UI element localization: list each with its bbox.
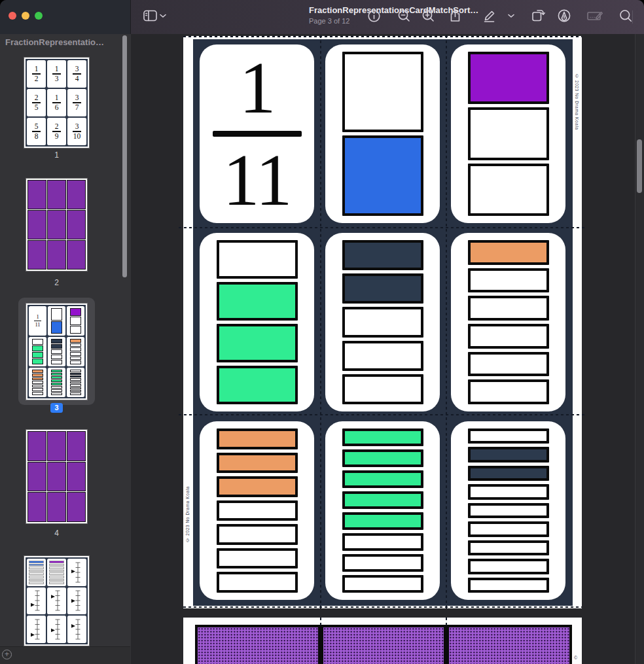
bar-segment	[342, 341, 423, 371]
add-page-icon[interactable]: +	[2, 650, 12, 659]
fraction-bar-card	[325, 44, 440, 223]
mini-bar-segment	[70, 343, 81, 347]
titlebar: FractionRepresentationsCardMatchSort… Pa…	[0, 0, 644, 34]
fraction-bar-card	[200, 233, 314, 411]
bar-segment	[468, 240, 549, 265]
mini-bar-segment	[32, 352, 43, 358]
mini-strip	[29, 570, 44, 572]
purple-cell	[67, 463, 85, 491]
fraction-value: 111	[213, 51, 302, 217]
mini-bar-segment	[70, 378, 81, 380]
purple-cell	[48, 493, 65, 521]
mini-card	[47, 559, 66, 586]
thumbnail-page-5[interactable]	[24, 556, 89, 646]
sidebar-chevron-down-icon[interactable]	[156, 5, 170, 26]
mini-card: 34	[67, 60, 86, 88]
purple-cell	[67, 241, 85, 269]
mini-bar-segment	[70, 393, 81, 394]
mini-numerator: 1	[32, 65, 41, 73]
mini-bar-stack	[51, 370, 62, 394]
search-icon[interactable]	[615, 5, 636, 26]
sidebar-scrollbar[interactable]	[122, 35, 127, 277]
selected-page-badge[interactable]: 3	[50, 403, 63, 413]
bar-stack	[468, 240, 549, 404]
bar-segment	[342, 470, 423, 488]
cut-line	[179, 227, 586, 228]
mini-card	[48, 306, 65, 336]
bar-segment	[342, 307, 423, 337]
mini-strip	[49, 567, 64, 569]
mini-numerator: 1	[34, 314, 41, 320]
bar-segment	[468, 466, 549, 481]
mini-numerator: 1	[52, 94, 61, 102]
info-icon[interactable]	[363, 5, 384, 26]
thumbnail-purple-grid	[28, 432, 85, 521]
text-annotation-icon[interactable]	[584, 5, 605, 26]
close-button[interactable]	[9, 12, 16, 20]
bar-segment	[468, 578, 549, 593]
purple-cell	[67, 181, 85, 209]
purple-cell	[67, 493, 85, 521]
copyright-text-right: © 2023 No Drama Koala	[575, 74, 579, 130]
bar-segment	[468, 559, 549, 574]
main-scrollbar[interactable]	[637, 139, 642, 193]
thumbnail-numberline-page	[26, 557, 88, 644]
minimize-button[interactable]	[22, 12, 29, 20]
thumbnail-page-2[interactable]	[26, 179, 87, 271]
thumbnail-page-number: 2	[0, 278, 113, 287]
mini-bar-segment	[32, 374, 43, 377]
zoom-out-icon[interactable]	[393, 5, 414, 26]
mini-bar-segment	[32, 370, 43, 373]
bar-segment	[342, 240, 423, 270]
bar-stack	[342, 428, 423, 593]
rotate-icon[interactable]	[528, 5, 548, 26]
cut-line	[320, 35, 321, 609]
purple-cell	[28, 463, 46, 491]
purple-cell	[28, 181, 46, 209]
mini-bar-segment	[51, 389, 62, 392]
markup-chevron-down-icon[interactable]	[504, 5, 518, 26]
bar-segment	[468, 540, 549, 555]
zoom-in-icon[interactable]	[418, 5, 438, 26]
mini-bar-segment	[70, 308, 81, 316]
mini-card: 310	[67, 118, 86, 145]
mini-bar-segment	[51, 321, 62, 334]
mini-card	[48, 368, 65, 397]
mini-fraction: 13	[52, 65, 61, 82]
copyright-mark: ©	[574, 655, 577, 660]
bar-stack	[342, 240, 423, 404]
mini-numerator: 3	[73, 65, 81, 73]
thumbnail-page-number: 1	[0, 150, 113, 160]
mini-bar-segment	[70, 317, 81, 324]
mini-numerator: 2	[52, 123, 61, 131]
mini-bar-stack	[70, 308, 81, 333]
mini-bar-segment	[32, 377, 43, 381]
thumbnail-page-1[interactable]: 1213342516375829310	[24, 58, 89, 148]
mini-bar-segment	[70, 339, 81, 343]
fraction-text-card: 111	[200, 44, 314, 223]
bar-segment	[217, 572, 298, 593]
thumbnail-page-4[interactable]	[26, 430, 87, 523]
bar-segment	[468, 484, 549, 499]
mini-bar-segment	[51, 344, 62, 349]
mini-bar-segment	[32, 381, 43, 384]
draw-pen-icon[interactable]	[554, 5, 575, 26]
mini-bar-segment	[70, 360, 81, 364]
thumbnail-page-3[interactable]: 111	[26, 304, 87, 400]
mini-fraction: 310	[73, 123, 81, 140]
mini-card	[67, 368, 84, 397]
bar-segment	[217, 428, 298, 449]
mini-card: 29	[47, 118, 66, 145]
mini-denominator: 4	[73, 75, 81, 83]
mini-bar-segment	[51, 360, 62, 364]
thumbnail-fraction-grid: 1213342516375829310	[26, 59, 88, 147]
markup-pen-icon[interactable]	[478, 5, 499, 26]
share-icon[interactable]	[444, 5, 465, 26]
zoom-window-button[interactable]	[35, 12, 43, 20]
mini-fraction: 34	[73, 65, 81, 82]
fraction-bar-card	[325, 421, 440, 600]
mini-bar-segment	[70, 370, 81, 372]
main-scrollbar-track[interactable]	[635, 34, 644, 664]
bar-segment	[342, 52, 423, 132]
fraction-bar	[213, 131, 302, 137]
